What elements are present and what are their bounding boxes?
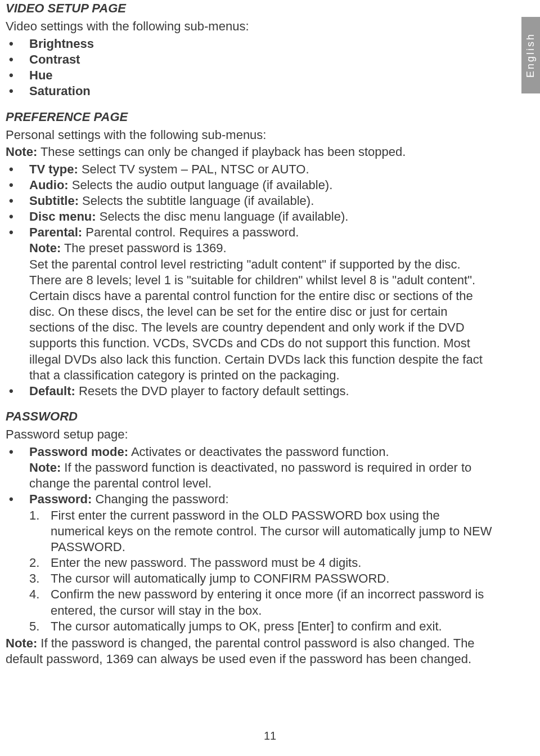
- password-intro: Password setup page:: [6, 427, 495, 442]
- list-item: Subtitle: Selects the subtitle language …: [6, 193, 495, 209]
- list-item: Hue: [6, 68, 495, 83]
- list-item: Password: Changing the password: First e…: [6, 491, 495, 634]
- page-number: 11: [0, 730, 540, 742]
- pref-subtitle-text: Selects the subtitle language (if availa…: [79, 194, 314, 208]
- note-label: Note:: [6, 636, 37, 650]
- preference-note: Note: These settings can only be changed…: [6, 145, 495, 159]
- preference-intro: Personal settings with the following sub…: [6, 128, 495, 142]
- pref-tvtype-text: Select TV system – PAL, NTSC or AUTO.: [78, 162, 309, 176]
- page-content: VIDEO SETUP PAGE Video settings with the…: [6, 0, 534, 667]
- list-item: TV type: Select TV system – PAL, NTSC or…: [6, 162, 495, 177]
- video-item-hue: Hue: [29, 68, 53, 82]
- list-item: Default: Resets the DVD player to factor…: [6, 383, 495, 399]
- pref-default-text: Resets the DVD player to factory default…: [75, 384, 349, 398]
- step-item: First enter the current password in the …: [29, 508, 495, 555]
- video-setup-list: Brightness Contrast Hue Saturation: [6, 36, 495, 100]
- note-text: These settings can only be changed if pl…: [37, 145, 406, 159]
- pref-parental-label: Parental:: [29, 225, 82, 239]
- pref-tvtype-label: TV type:: [29, 162, 78, 176]
- parental-body: Set the parental control level restricti…: [29, 257, 495, 383]
- pref-subtitle-label: Subtitle:: [29, 194, 79, 208]
- password-footer-note: Note: If the password is changed, the pa…: [6, 636, 495, 667]
- note-label: Note:: [29, 241, 61, 255]
- pref-default-label: Default:: [29, 384, 75, 398]
- pref-discmenu-label: Disc menu:: [29, 209, 96, 223]
- password-heading: PASSWORD: [6, 409, 495, 424]
- pw-mode-note: Note: If the password function is deacti…: [29, 460, 495, 491]
- step-item: The cursor automatically jumps to OK, pr…: [29, 619, 495, 634]
- pref-audio-label: Audio:: [29, 178, 69, 192]
- pref-discmenu-text: Selects the disc menu language (if avail…: [96, 209, 349, 223]
- pw-mode-label: Password mode:: [29, 445, 128, 459]
- note-text: If the password is changed, the parental…: [6, 636, 475, 666]
- step-item: Confirm the new password by entering it …: [29, 587, 495, 618]
- preference-list: TV type: Select TV system – PAL, NTSC or…: [6, 162, 495, 399]
- pw-change-label: Password:: [29, 492, 92, 506]
- note-text: The preset password is 1369.: [61, 241, 226, 255]
- note-text: If the password function is deactivated,…: [29, 460, 471, 490]
- video-item-contrast: Contrast: [29, 52, 80, 66]
- video-item-saturation: Saturation: [29, 84, 91, 98]
- preference-heading: PREFERENCE PAGE: [6, 110, 495, 124]
- list-item: Saturation: [6, 83, 495, 99]
- parental-note: Note: The preset password is 1369.: [29, 240, 495, 256]
- pref-parental-text: Parental control. Requires a password.: [82, 225, 299, 239]
- note-label: Note:: [29, 460, 61, 475]
- pw-change-text: Changing the password:: [92, 492, 228, 506]
- list-item: Password mode: Activates or deactivates …: [6, 444, 495, 491]
- list-item: Parental: Parental control. Requires a p…: [6, 225, 495, 383]
- video-setup-intro: Video settings with the following sub-me…: [6, 19, 495, 34]
- note-label: Note:: [6, 145, 37, 159]
- list-item: Contrast: [6, 52, 495, 68]
- video-setup-heading: VIDEO SETUP PAGE: [6, 1, 495, 16]
- step-item: The cursor will automatically jump to CO…: [29, 571, 495, 587]
- pw-mode-text: Activates or deactivates the password fu…: [128, 445, 389, 459]
- password-steps: First enter the current password in the …: [29, 508, 495, 634]
- list-item: Brightness: [6, 36, 495, 52]
- step-item: Enter the new password. The password mus…: [29, 555, 495, 571]
- list-item: Audio: Selects the audio output language…: [6, 177, 495, 193]
- language-tab: English: [521, 17, 540, 93]
- list-item: Disc menu: Selects the disc menu languag…: [6, 209, 495, 225]
- password-list: Password mode: Activates or deactivates …: [6, 444, 495, 634]
- pref-audio-text: Selects the audio output language (if av…: [69, 178, 333, 192]
- video-item-brightness: Brightness: [29, 37, 94, 51]
